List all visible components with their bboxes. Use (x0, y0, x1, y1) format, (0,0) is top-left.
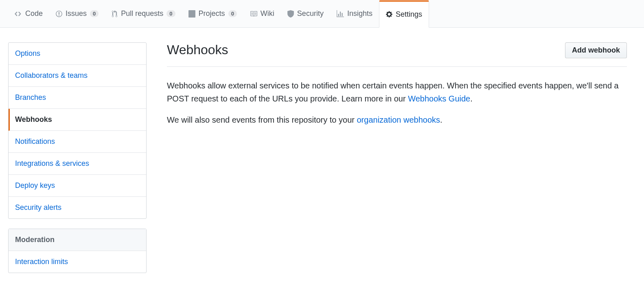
main-content: Webhooks Add webhook Webhooks allow exte… (167, 42, 627, 283)
sidebar-item-options[interactable]: Options (9, 43, 146, 65)
shield-icon (287, 10, 294, 18)
tab-code-label: Code (25, 9, 43, 18)
tab-wiki[interactable]: Wiki (243, 0, 281, 27)
moderation-menu: Moderation Interaction limits (8, 229, 147, 273)
issue-icon (56, 10, 62, 18)
repo-nav: Code Issues 0 Pull requests 0 Projects 0… (0, 0, 644, 28)
moderation-heading: Moderation (9, 229, 146, 251)
tab-security-label: Security (297, 9, 324, 18)
project-icon (188, 10, 195, 18)
issues-count: 0 (90, 10, 99, 17)
tab-settings-label: Settings (396, 10, 422, 19)
main-header: Webhooks Add webhook (167, 42, 627, 67)
pull-requests-count: 0 (166, 10, 175, 17)
tab-insights-label: Insights (347, 9, 372, 18)
code-icon (15, 10, 22, 18)
settings-menu: Options Collaborators & teams Branches W… (8, 42, 147, 219)
sidebar-item-interaction-limits[interactable]: Interaction limits (9, 251, 146, 273)
tab-code[interactable]: Code (8, 0, 49, 27)
tab-issues[interactable]: Issues 0 (49, 0, 105, 27)
sidebar-item-notifications[interactable]: Notifications (9, 131, 146, 153)
tab-projects-label: Projects (199, 9, 225, 18)
projects-count: 0 (228, 10, 237, 17)
tab-wiki-label: Wiki (261, 9, 274, 18)
tab-settings[interactable]: Settings (379, 0, 429, 28)
book-icon (250, 10, 257, 18)
sidebar-item-branches[interactable]: Branches (9, 87, 146, 109)
gear-icon (386, 11, 392, 18)
graph-icon (337, 10, 344, 18)
tab-issues-label: Issues (66, 9, 87, 18)
main-container: Options Collaborators & teams Branches W… (0, 28, 635, 297)
webhooks-guide-link[interactable]: Webhooks Guide (408, 94, 470, 103)
sidebar-item-security-alerts[interactable]: Security alerts (9, 197, 146, 218)
tab-pull-requests-label: Pull requests (121, 9, 163, 18)
tab-security[interactable]: Security (281, 0, 330, 27)
tab-pull-requests[interactable]: Pull requests 0 (105, 0, 182, 27)
webhooks-description: Webhooks allow external services to be n… (167, 79, 627, 105)
tab-insights[interactable]: Insights (330, 0, 379, 27)
pull-request-icon (112, 10, 118, 18)
desc-text-2a: We will also send events from this repos… (167, 115, 357, 124)
settings-sidebar: Options Collaborators & teams Branches W… (8, 42, 147, 283)
desc-text-2b: . (440, 115, 442, 124)
sidebar-item-deploy-keys[interactable]: Deploy keys (9, 175, 146, 197)
tab-projects[interactable]: Projects 0 (182, 0, 243, 27)
desc-text-1a: Webhooks allow external services to be n… (167, 81, 619, 103)
sidebar-item-collaborators[interactable]: Collaborators & teams (9, 65, 146, 87)
page-title: Webhooks (167, 42, 228, 57)
organization-webhooks-description: We will also send events from this repos… (167, 113, 627, 126)
organization-webhooks-link[interactable]: organization webhooks (357, 115, 440, 124)
desc-text-1b: . (470, 94, 473, 103)
sidebar-item-integrations[interactable]: Integrations & services (9, 153, 146, 175)
sidebar-item-webhooks[interactable]: Webhooks (9, 109, 146, 131)
add-webhook-button[interactable]: Add webhook (565, 42, 627, 58)
